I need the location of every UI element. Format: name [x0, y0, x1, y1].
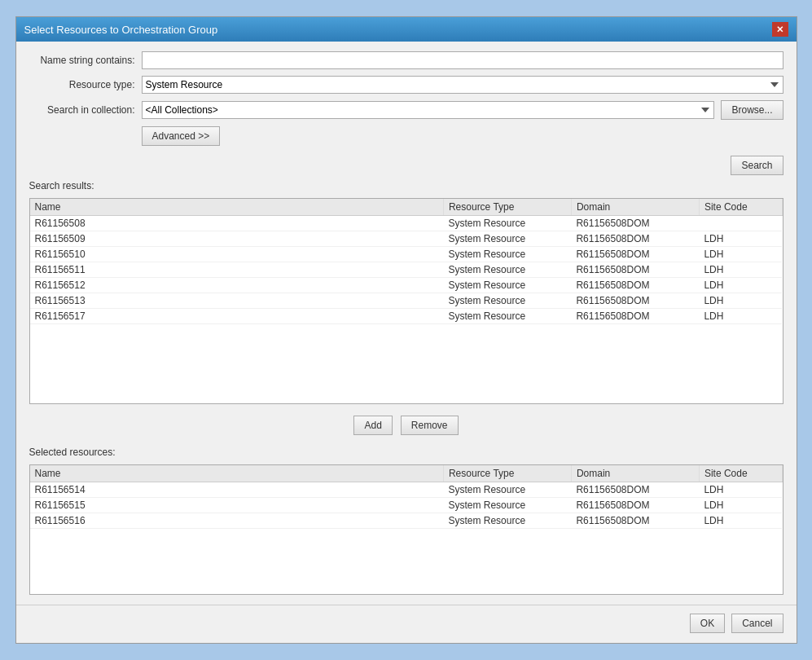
title-bar: Select Resources to Orchestration Group … [16, 17, 797, 42]
select-resources-dialog: Select Resources to Orchestration Group … [15, 16, 797, 644]
cell-domain: R61156508DOM [571, 278, 699, 293]
collection-row: Search in collection: <All Collections> … [29, 100, 783, 120]
dialog-content: Name string contains: Resource type: Sys… [16, 42, 797, 605]
add-remove-row: Add Remove [29, 416, 783, 435]
footer: OK Cancel [16, 605, 797, 643]
cell-name: R61156509 [30, 231, 444, 247]
advanced-row: Advanced >> [29, 126, 783, 146]
search-results-label: Search results: [29, 180, 783, 191]
cell-name: R61156511 [30, 262, 444, 278]
add-button[interactable]: Add [353, 416, 392, 435]
selected-resources-table: Name Resource Type Domain Site Code R611… [30, 465, 783, 529]
search-results-header: Name Resource Type Domain Site Code [30, 199, 783, 216]
cell-resource-type: System Resource [443, 309, 571, 324]
table-row[interactable]: R61156514 System Resource R61156508DOM L… [30, 482, 783, 498]
cell-site-code: LDH [699, 262, 782, 278]
collection-label: Search in collection: [29, 104, 135, 116]
col-header-site-code: Site Code [699, 199, 782, 216]
selected-resources-header: Name Resource Type Domain Site Code [30, 465, 783, 482]
cell-name: R61156508 [30, 216, 444, 231]
cell-domain: R61156508DOM [571, 482, 699, 498]
resource-type-label: Resource type: [29, 79, 135, 90]
table-row[interactable]: R61156515 System Resource R61156508DOM L… [30, 498, 783, 513]
sel-col-header-domain: Domain [571, 465, 699, 482]
table-row[interactable]: R61156512 System Resource R61156508DOM L… [30, 278, 783, 293]
table-row[interactable]: R61156510 System Resource R61156508DOM L… [30, 247, 783, 262]
ok-button[interactable]: OK [690, 614, 725, 633]
table-row[interactable]: R61156516 System Resource R61156508DOM L… [30, 513, 783, 529]
selected-resources-label: Selected resources: [29, 447, 783, 458]
cell-site-code: LDH [699, 498, 782, 513]
remove-button[interactable]: Remove [401, 416, 459, 435]
cell-site-code [699, 216, 782, 231]
cell-site-code: LDH [699, 293, 782, 309]
name-string-input[interactable] [142, 51, 783, 69]
cell-resource-type: System Resource [443, 513, 571, 529]
browse-button[interactable]: Browse... [721, 100, 783, 120]
cell-site-code: LDH [699, 513, 782, 529]
cell-domain: R61156508DOM [571, 309, 699, 324]
cell-name: R61156510 [30, 247, 444, 262]
cell-resource-type: System Resource [443, 498, 571, 513]
cell-resource-type: System Resource [443, 247, 571, 262]
cell-name: R61156512 [30, 278, 444, 293]
col-header-name: Name [30, 199, 444, 216]
table-row[interactable]: R61156508 System Resource R61156508DOM [30, 216, 783, 231]
resource-type-select[interactable]: System Resource [142, 76, 783, 94]
table-row[interactable]: R61156511 System Resource R61156508DOM L… [30, 262, 783, 278]
sel-col-header-name: Name [30, 465, 444, 482]
col-header-domain: Domain [571, 199, 699, 216]
resource-type-row: Resource type: System Resource [29, 76, 783, 94]
cell-domain: R61156508DOM [571, 216, 699, 231]
cell-name: R61156515 [30, 498, 444, 513]
cell-resource-type: System Resource [443, 231, 571, 247]
cell-name: R61156514 [30, 482, 444, 498]
name-string-row: Name string contains: [29, 51, 783, 69]
cell-name: R61156517 [30, 309, 444, 324]
cell-domain: R61156508DOM [571, 262, 699, 278]
cell-resource-type: System Resource [443, 262, 571, 278]
selected-resources-table-container: Name Resource Type Domain Site Code R611… [29, 464, 783, 595]
cancel-button[interactable]: Cancel [731, 614, 783, 633]
collection-select[interactable]: <All Collections> [142, 101, 715, 119]
cell-site-code: LDH [699, 309, 782, 324]
advanced-button[interactable]: Advanced >> [142, 126, 221, 146]
cell-domain: R61156508DOM [571, 513, 699, 529]
name-string-label: Name string contains: [29, 55, 135, 66]
cell-site-code: LDH [699, 278, 782, 293]
cell-name: R61156516 [30, 513, 444, 529]
cell-resource-type: System Resource [443, 293, 571, 309]
dialog-title: Select Resources to Orchestration Group [24, 24, 218, 36]
cell-domain: R61156508DOM [571, 293, 699, 309]
cell-domain: R61156508DOM [571, 247, 699, 262]
cell-name: R61156513 [30, 293, 444, 309]
cell-resource-type: System Resource [443, 482, 571, 498]
cell-domain: R61156508DOM [571, 231, 699, 247]
col-header-resource-type: Resource Type [443, 199, 571, 216]
cell-site-code: LDH [699, 247, 782, 262]
cell-site-code: LDH [699, 482, 782, 498]
cell-domain: R61156508DOM [571, 498, 699, 513]
sel-col-header-site-code: Site Code [699, 465, 782, 482]
cell-resource-type: System Resource [443, 216, 571, 231]
search-button-row: Search [29, 156, 783, 175]
search-results-table-container: Name Resource Type Domain Site Code R611… [29, 198, 783, 404]
sel-col-header-resource-type: Resource Type [443, 465, 571, 482]
cell-resource-type: System Resource [443, 278, 571, 293]
close-button[interactable]: ✕ [772, 22, 788, 37]
table-row[interactable]: R61156517 System Resource R61156508DOM L… [30, 309, 783, 324]
table-row[interactable]: R61156509 System Resource R61156508DOM L… [30, 231, 783, 247]
table-row[interactable]: R61156513 System Resource R61156508DOM L… [30, 293, 783, 309]
cell-site-code: LDH [699, 231, 782, 247]
search-results-table: Name Resource Type Domain Site Code R611… [30, 199, 783, 324]
search-button[interactable]: Search [731, 156, 783, 175]
